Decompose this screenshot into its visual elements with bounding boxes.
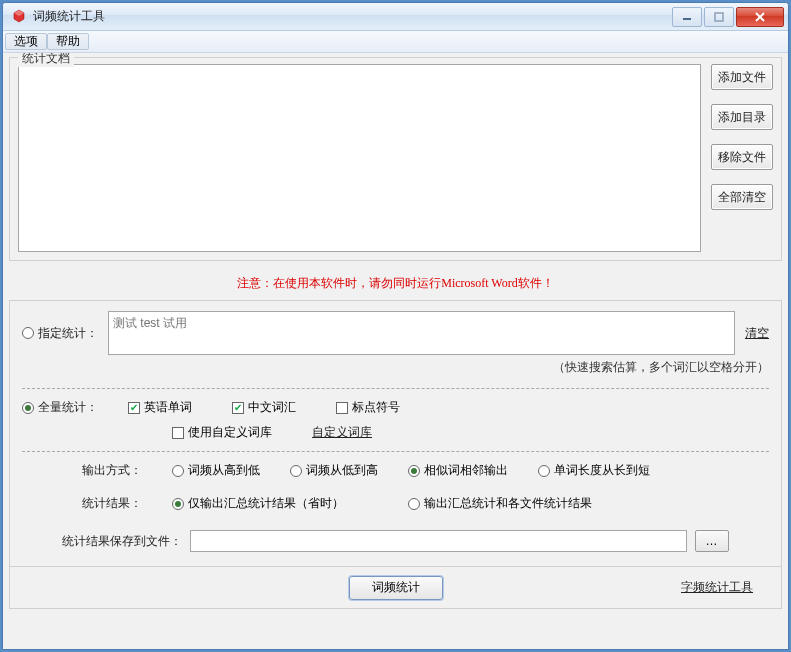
length-long-short-label: 单词长度从长到短 bbox=[554, 462, 650, 479]
custom-dict-checkbox[interactable]: 使用自定义词库 bbox=[172, 424, 272, 441]
keywords-input[interactable] bbox=[108, 311, 735, 355]
warning-text: 注意：在使用本软件时，请勿同时运行Microsoft Word软件！ bbox=[9, 265, 782, 300]
similar-adjacent-label: 相似词相邻输出 bbox=[424, 462, 508, 479]
chinese-words-checkbox[interactable]: ✔ 中文词汇 bbox=[232, 399, 296, 416]
custom-dict-label: 使用自定义词库 bbox=[188, 424, 272, 441]
sort-high-low-radio[interactable]: 词频从高到低 bbox=[172, 462, 260, 479]
file-group-legend: 统计文档 bbox=[18, 53, 74, 67]
similar-adjacent-radio[interactable]: 相似词相邻输出 bbox=[408, 462, 508, 479]
file-buttons: 添加文件 添加目录 移除文件 全部清空 bbox=[711, 64, 773, 252]
punctuation-label: 标点符号 bbox=[352, 399, 400, 416]
sort-low-high-label: 词频从低到高 bbox=[306, 462, 378, 479]
divider bbox=[22, 388, 769, 389]
checkbox-icon bbox=[336, 402, 348, 414]
save-path-label: 统计结果保存到文件： bbox=[62, 533, 182, 550]
app-icon bbox=[11, 9, 27, 25]
chinese-words-label: 中文词汇 bbox=[248, 399, 296, 416]
specified-stats-radio[interactable]: 指定统计： bbox=[22, 325, 98, 342]
config-panel: 指定统计： 清空 （快速搜索估算，多个词汇以空格分开） 全量统计： ✔ 英语单词 bbox=[9, 300, 782, 567]
full-stats-row: 全量统计： ✔ 英语单词 ✔ 中文词汇 标点符号 bbox=[22, 399, 769, 416]
minimize-button[interactable] bbox=[672, 7, 702, 27]
output-mode-label: 输出方式： bbox=[82, 462, 142, 479]
radio-icon bbox=[408, 498, 420, 510]
checkbox-icon: ✔ bbox=[128, 402, 140, 414]
summary-and-each-radio[interactable]: 输出汇总统计和各文件统计结果 bbox=[408, 495, 592, 512]
file-listbox[interactable] bbox=[18, 64, 701, 252]
sort-high-low-label: 词频从高到低 bbox=[188, 462, 260, 479]
radio-icon bbox=[538, 465, 550, 477]
title-bar: 词频统计工具 bbox=[3, 3, 788, 31]
length-long-short-radio[interactable]: 单词长度从长到短 bbox=[538, 462, 650, 479]
menu-options[interactable]: 选项 bbox=[5, 33, 47, 50]
keywords-hint: （快速搜索估算，多个词汇以空格分开） bbox=[22, 355, 769, 378]
menu-help[interactable]: 帮助 bbox=[47, 33, 89, 50]
radio-icon bbox=[22, 402, 34, 414]
app-window: 词频统计工具 选项 帮助 统计文档 添加文件 添加目录 bbox=[2, 2, 789, 650]
full-stats-radio[interactable]: 全量统计： bbox=[22, 399, 98, 416]
sort-low-high-radio[interactable]: 词频从低到高 bbox=[290, 462, 378, 479]
summary-and-each-label: 输出汇总统计和各文件统计结果 bbox=[424, 495, 592, 512]
maximize-button[interactable] bbox=[704, 7, 734, 27]
result-scope-row: 统计结果： 仅输出汇总统计结果（省时） 输出汇总统计和各文件统计结果 bbox=[22, 495, 769, 512]
clear-keywords-link[interactable]: 清空 bbox=[745, 325, 769, 342]
punctuation-checkbox[interactable]: 标点符号 bbox=[336, 399, 400, 416]
custom-dict-row: 使用自定义词库 自定义词库 bbox=[22, 424, 769, 441]
bottom-bar: 词频统计 字频统计工具 bbox=[9, 567, 782, 609]
window-controls bbox=[670, 7, 784, 27]
client-area: 统计文档 添加文件 添加目录 移除文件 全部清空 注意：在使用本软件时，请勿同时… bbox=[3, 53, 788, 649]
menu-bar: 选项 帮助 bbox=[3, 31, 788, 53]
close-button[interactable] bbox=[736, 7, 784, 27]
browse-button[interactable]: … bbox=[695, 530, 729, 552]
add-file-button[interactable]: 添加文件 bbox=[711, 64, 773, 90]
specified-stats-row: 指定统计： 清空 bbox=[22, 311, 769, 355]
summary-only-label: 仅输出汇总统计结果（省时） bbox=[188, 495, 344, 512]
remove-file-button[interactable]: 移除文件 bbox=[711, 144, 773, 170]
radio-icon bbox=[290, 465, 302, 477]
file-group: 统计文档 添加文件 添加目录 移除文件 全部清空 bbox=[9, 57, 782, 261]
summary-only-radio[interactable]: 仅输出汇总统计结果（省时） bbox=[172, 495, 344, 512]
radio-icon bbox=[408, 465, 420, 477]
checkbox-icon: ✔ bbox=[232, 402, 244, 414]
checkbox-icon bbox=[172, 427, 184, 439]
output-mode-row: 输出方式： 词频从高到低 词频从低到高 相似词相邻输出 bbox=[22, 462, 769, 479]
full-stats-label: 全量统计： bbox=[38, 399, 98, 416]
english-words-checkbox[interactable]: ✔ 英语单词 bbox=[128, 399, 192, 416]
add-dir-button[interactable]: 添加目录 bbox=[711, 104, 773, 130]
english-words-label: 英语单词 bbox=[144, 399, 192, 416]
svg-rect-1 bbox=[715, 13, 723, 21]
window-title: 词频统计工具 bbox=[33, 8, 670, 25]
result-scope-label: 统计结果： bbox=[82, 495, 142, 512]
specified-stats-label: 指定统计： bbox=[38, 325, 98, 342]
radio-icon bbox=[22, 327, 34, 339]
run-button[interactable]: 词频统计 bbox=[349, 576, 443, 600]
radio-icon bbox=[172, 465, 184, 477]
divider bbox=[22, 451, 769, 452]
char-freq-tool-link[interactable]: 字频统计工具 bbox=[681, 579, 753, 596]
radio-icon bbox=[172, 498, 184, 510]
save-path-row: 统计结果保存到文件： … bbox=[22, 530, 769, 552]
save-path-input[interactable] bbox=[190, 530, 687, 552]
custom-dict-link[interactable]: 自定义词库 bbox=[312, 424, 372, 441]
clear-all-button[interactable]: 全部清空 bbox=[711, 184, 773, 210]
